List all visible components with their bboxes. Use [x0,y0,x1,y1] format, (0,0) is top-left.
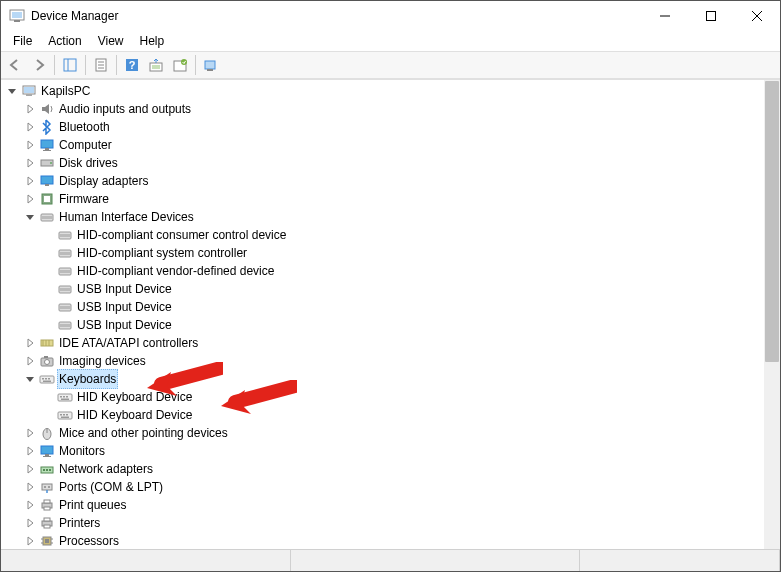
tree-node[interactable]: HID Keyboard Device [1,406,780,424]
help-button[interactable]: ? [120,54,144,76]
expand-toggle[interactable] [23,336,37,350]
tree-node[interactable]: Printers [1,514,780,532]
network-icon [39,461,55,477]
expand-toggle[interactable] [23,372,37,386]
tree-node[interactable]: Monitors [1,442,780,460]
tree-node[interactable]: HID-compliant system controller [1,244,780,262]
tree-node-label: Audio inputs and outputs [57,100,193,118]
tree-node-label: Ports (COM & LPT) [57,478,165,496]
svg-rect-101 [43,456,51,457]
expand-toggle [41,408,55,422]
expand-toggle[interactable] [23,534,37,548]
scrollbar-thumb[interactable] [765,81,779,362]
ide-icon [39,335,55,351]
expand-toggle[interactable] [23,174,37,188]
menu-file[interactable]: File [5,32,40,50]
maximize-button[interactable] [688,1,734,31]
svg-rect-20 [207,69,213,71]
tree-node[interactable]: Display adapters [1,172,780,190]
expand-toggle[interactable] [23,120,37,134]
tree-node[interactable]: USB Input Device [1,298,780,316]
expand-toggle[interactable] [23,462,37,476]
svg-rect-106 [42,484,52,490]
hid-device-icon [57,245,73,261]
tree-node[interactable]: Keyboards [1,370,780,388]
svg-point-80 [45,360,50,365]
tree-node-label: Bluetooth [57,118,112,136]
port-icon [39,479,55,495]
keyboard-icon [57,389,73,405]
app-icon [9,8,25,24]
expand-toggle [41,246,55,260]
display-icon [39,173,55,189]
tree-node-label: Disk drives [57,154,120,172]
vertical-scrollbar[interactable] [764,80,780,549]
tree-node[interactable]: Network adapters [1,460,780,478]
expand-toggle[interactable] [23,354,37,368]
tree-node[interactable]: HID-compliant consumer control device [1,226,780,244]
svg-rect-85 [48,378,50,380]
device-tree-panel[interactable]: KapilsPCAudio inputs and outputsBluetoot… [1,79,780,549]
svg-rect-22 [24,87,34,93]
expand-toggle[interactable] [23,444,37,458]
expand-toggle[interactable] [23,156,37,170]
tree-node[interactable]: Disk drives [1,154,780,172]
tree-node[interactable]: Imaging devices [1,352,780,370]
expand-toggle[interactable] [23,138,37,152]
expand-toggle [41,228,55,242]
svg-rect-95 [66,414,68,416]
svg-rect-90 [66,396,68,398]
tree-node[interactable]: Audio inputs and outputs [1,100,780,118]
svg-rect-103 [43,469,45,471]
tree-node[interactable]: Mice and other pointing devices [1,424,780,442]
tree-node[interactable]: USB Input Device [1,316,780,334]
svg-rect-30 [45,184,49,186]
expand-toggle[interactable] [23,480,37,494]
uninstall-button[interactable] [168,54,192,76]
menu-action[interactable]: Action [40,32,89,50]
svg-point-108 [48,486,50,488]
tree-node[interactable]: USB Input Device [1,280,780,298]
svg-text:?: ? [129,59,136,71]
minimize-button[interactable] [642,1,688,31]
expand-toggle[interactable] [23,498,37,512]
tree-node-label: HID-compliant consumer control device [75,226,288,244]
show-hide-tree-button[interactable] [58,54,82,76]
svg-rect-7 [64,59,76,71]
tree-node[interactable]: Ports (COM & LPT) [1,478,780,496]
update-driver-button[interactable] [144,54,168,76]
expand-toggle[interactable] [23,426,37,440]
svg-rect-94 [63,414,65,416]
tree-node[interactable]: IDE ATA/ATAPI controllers [1,334,780,352]
expand-toggle[interactable] [23,210,37,224]
menu-help[interactable]: Help [132,32,173,50]
tree-node-label: Mice and other pointing devices [57,424,230,442]
tree-node-label: KapilsPC [39,82,92,100]
expand-toggle [41,318,55,332]
tree-node[interactable]: Bluetooth [1,118,780,136]
window-title: Device Manager [31,9,642,23]
back-button[interactable] [3,54,27,76]
tree-node[interactable]: KapilsPC [1,82,780,100]
monitor-icon [39,137,55,153]
expand-toggle[interactable] [5,84,19,98]
expand-toggle[interactable] [23,516,37,530]
tree-node[interactable]: Print queues [1,496,780,514]
expand-toggle[interactable] [23,102,37,116]
tree-node[interactable]: Firmware [1,190,780,208]
tree-node[interactable]: Processors [1,532,780,549]
svg-rect-117 [45,539,49,543]
tree-node[interactable]: HID-compliant vendor-defined device [1,262,780,280]
forward-button[interactable] [27,54,51,76]
scan-hardware-button[interactable] [199,54,223,76]
tree-node[interactable]: HID Keyboard Device [1,388,780,406]
tree-node-label: Printers [57,514,102,532]
close-button[interactable] [734,1,780,31]
menu-view[interactable]: View [90,32,132,50]
expand-toggle[interactable] [23,192,37,206]
tree-node[interactable]: Computer [1,136,780,154]
properties-button[interactable] [89,54,113,76]
tree-node-label: Monitors [57,442,107,460]
tree-node[interactable]: Human Interface Devices [1,208,780,226]
hid-device-icon [57,227,73,243]
